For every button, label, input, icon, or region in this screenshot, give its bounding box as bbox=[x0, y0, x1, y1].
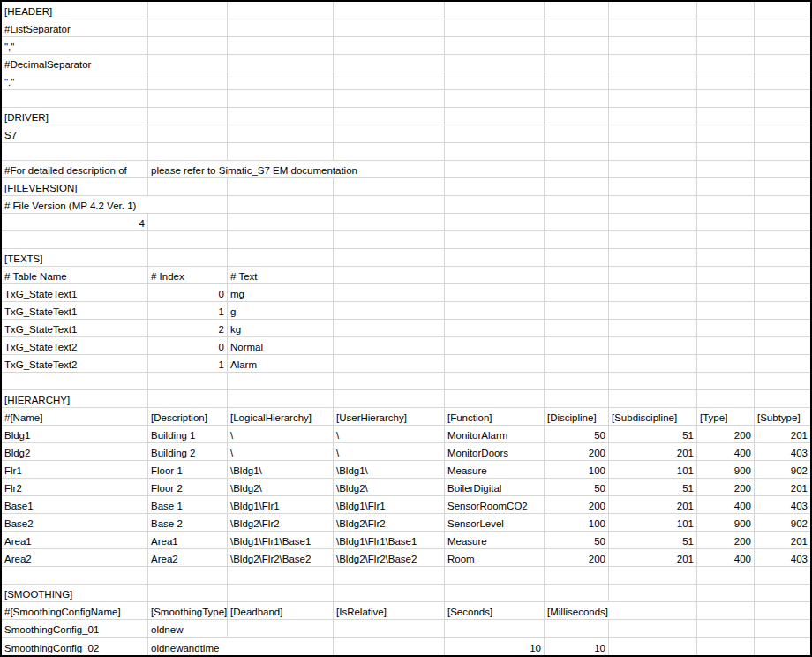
cell[interactable]: \ bbox=[334, 443, 445, 460]
cell[interactable] bbox=[445, 19, 545, 36]
cell[interactable] bbox=[755, 37, 810, 54]
cell[interactable]: mg bbox=[228, 284, 334, 301]
cell[interactable]: [DRIVER] bbox=[2, 108, 148, 125]
cell[interactable] bbox=[445, 90, 545, 107]
cell[interactable] bbox=[445, 267, 545, 283]
cell[interactable] bbox=[334, 373, 445, 389]
cell[interactable] bbox=[697, 267, 755, 283]
cell[interactable] bbox=[755, 196, 810, 213]
cell[interactable]: S7 bbox=[2, 125, 148, 142]
cell[interactable] bbox=[334, 90, 445, 107]
cell[interactable] bbox=[755, 55, 810, 72]
cell[interactable] bbox=[545, 567, 609, 584]
cell[interactable] bbox=[545, 337, 609, 354]
cell[interactable]: Flr1 bbox=[2, 461, 148, 478]
cell[interactable]: SmoothingConfig_01 bbox=[2, 620, 148, 637]
cell[interactable]: MonitorAlarm bbox=[445, 426, 545, 442]
cell[interactable] bbox=[334, 567, 445, 584]
cell[interactable] bbox=[228, 373, 334, 389]
cell[interactable]: # Index bbox=[148, 267, 228, 283]
cell[interactable]: [Subtype] bbox=[755, 408, 810, 425]
cell[interactable] bbox=[755, 355, 810, 372]
cell[interactable] bbox=[445, 2, 545, 19]
cell[interactable] bbox=[228, 567, 334, 584]
cell[interactable] bbox=[697, 143, 755, 160]
cell[interactable] bbox=[755, 143, 810, 160]
cell[interactable]: Bldg2 bbox=[2, 443, 148, 460]
cell[interactable] bbox=[445, 72, 545, 89]
cell[interactable]: 100 bbox=[545, 461, 609, 478]
cell[interactable]: Measure bbox=[445, 461, 545, 478]
cell[interactable]: SensorLevel bbox=[445, 514, 545, 531]
cell[interactable]: [FILEVERSION] bbox=[2, 178, 148, 195]
cell[interactable]: please refer to Simatic_S7 EM documentat… bbox=[148, 161, 445, 177]
cell[interactable]: 900 bbox=[697, 514, 755, 531]
cell[interactable] bbox=[445, 284, 545, 301]
cell[interactable] bbox=[697, 320, 755, 336]
cell[interactable] bbox=[609, 72, 697, 89]
cell[interactable] bbox=[334, 355, 445, 372]
cell[interactable] bbox=[334, 72, 445, 89]
cell[interactable] bbox=[609, 249, 697, 266]
cell[interactable] bbox=[697, 567, 755, 584]
cell[interactable]: 400 bbox=[697, 496, 755, 513]
cell[interactable]: 50 bbox=[545, 426, 609, 442]
cell[interactable] bbox=[697, 585, 755, 601]
cell[interactable] bbox=[755, 125, 810, 142]
cell[interactable]: 10 bbox=[445, 638, 545, 655]
cell[interactable]: oldnewandtime bbox=[148, 638, 334, 655]
cell[interactable] bbox=[609, 214, 697, 230]
cell[interactable] bbox=[755, 108, 810, 125]
cell[interactable] bbox=[445, 196, 545, 213]
cell[interactable]: TxG_StateText2 bbox=[2, 337, 148, 354]
cell[interactable]: 101 bbox=[609, 461, 697, 478]
cell[interactable]: 200 bbox=[545, 443, 609, 460]
cell[interactable] bbox=[148, 55, 228, 72]
cell[interactable]: Floor 2 bbox=[148, 479, 228, 495]
cell[interactable]: \Bldg1\ bbox=[228, 461, 334, 478]
cell[interactable] bbox=[228, 108, 334, 125]
cell[interactable] bbox=[445, 161, 545, 177]
cell[interactable]: [Subdiscipline] bbox=[609, 408, 697, 425]
cell[interactable] bbox=[545, 178, 609, 195]
cell[interactable] bbox=[545, 355, 609, 372]
cell[interactable] bbox=[545, 373, 609, 389]
cell[interactable]: 201 bbox=[755, 426, 810, 442]
cell[interactable]: #ListSeparator bbox=[2, 19, 148, 36]
cell[interactable]: 400 bbox=[697, 443, 755, 460]
cell[interactable] bbox=[334, 19, 445, 36]
cell[interactable]: 51 bbox=[609, 479, 697, 495]
cell[interactable]: 902 bbox=[755, 461, 810, 478]
cell[interactable] bbox=[148, 90, 228, 107]
cell[interactable] bbox=[334, 249, 445, 266]
cell[interactable] bbox=[697, 108, 755, 125]
cell[interactable] bbox=[148, 143, 228, 160]
cell[interactable]: "," bbox=[2, 37, 148, 54]
cell[interactable]: \Bldg1\Flr1 bbox=[334, 496, 445, 513]
cell[interactable]: TxG_StateText1 bbox=[2, 284, 148, 301]
cell[interactable] bbox=[228, 178, 334, 195]
cell[interactable]: Base1 bbox=[2, 496, 148, 513]
cell[interactable] bbox=[545, 72, 609, 89]
cell[interactable] bbox=[697, 2, 755, 19]
cell[interactable]: 10 bbox=[545, 638, 609, 655]
cell[interactable] bbox=[609, 373, 697, 389]
cell[interactable] bbox=[609, 638, 697, 655]
cell[interactable]: Area1 bbox=[148, 532, 228, 548]
cell[interactable] bbox=[609, 355, 697, 372]
cell[interactable]: \Bldg1\Flr1\Base1 bbox=[228, 532, 334, 548]
cell[interactable] bbox=[334, 302, 445, 319]
cell[interactable] bbox=[755, 90, 810, 107]
cell[interactable] bbox=[228, 390, 334, 407]
cell[interactable] bbox=[609, 567, 697, 584]
cell[interactable] bbox=[755, 284, 810, 301]
cell[interactable]: 200 bbox=[697, 532, 755, 548]
cell[interactable] bbox=[545, 108, 609, 125]
cell[interactable]: Flr2 bbox=[2, 479, 148, 495]
cell[interactable]: \Bldg2\ bbox=[228, 479, 334, 495]
cell[interactable]: # Table Name bbox=[2, 267, 148, 283]
cell[interactable] bbox=[755, 214, 810, 230]
cell[interactable] bbox=[148, 72, 228, 89]
cell[interactable] bbox=[697, 214, 755, 230]
cell[interactable] bbox=[334, 231, 445, 248]
